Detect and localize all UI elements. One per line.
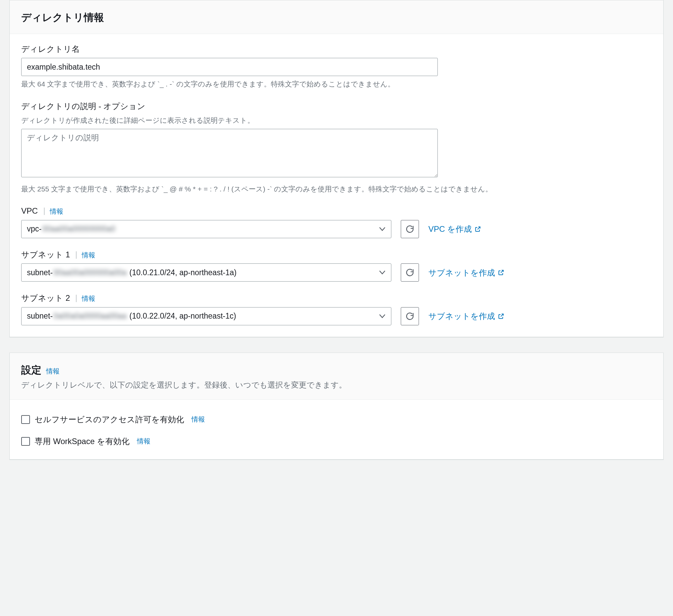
settings-description: ディレクトリレベルで、以下の設定を選択します。登録後、いつでも選択を変更できます… xyxy=(21,379,652,391)
self-service-row: セルフサービスのアクセス許可を有効化 情報 xyxy=(21,413,652,426)
subnet2-create-link-text: サブネットを作成 xyxy=(428,310,495,322)
caret-down-icon xyxy=(379,227,385,231)
settings-title: 設定 xyxy=(21,364,41,375)
self-service-label: セルフサービスのアクセス許可を有効化 xyxy=(35,413,184,426)
subnet1-value-suffix: (10.0.21.0/24, ap-northeast-1a) xyxy=(127,268,237,277)
directory-name-field: ディレクトリ名 最大 64 文字まで使用でき、英数字および `_ . -` の文… xyxy=(21,43,652,90)
directory-name-input[interactable] xyxy=(21,58,438,76)
settings-info-link[interactable]: 情報 xyxy=(46,367,60,375)
subnet1-create-link[interactable]: サブネットを作成 xyxy=(428,266,504,279)
vpc-info-link[interactable]: 情報 xyxy=(44,208,63,215)
subnet1-info-link[interactable]: 情報 xyxy=(76,251,95,259)
vpc-create-link-text: VPC を作成 xyxy=(428,223,472,235)
subnet2-info-link[interactable]: 情報 xyxy=(76,295,95,302)
subnet2-field: サブネット 2 情報 subnet-0a00a0a0000aa00aa (10.… xyxy=(21,292,652,325)
dedicated-workspace-info-link[interactable]: 情報 xyxy=(137,436,150,446)
directory-info-panel: ディレクトリ情報 ディレクトリ名 最大 64 文字まで使用でき、英数字および `… xyxy=(9,0,664,337)
subnet2-value-suffix: (10.0.22.0/24, ap-northeast-1c) xyxy=(127,312,236,320)
dedicated-workspace-checkbox[interactable] xyxy=(21,437,30,446)
settings-header: 設定 情報 ディレクトリレベルで、以下の設定を選択します。登録後、いつでも選択を… xyxy=(10,353,663,400)
refresh-icon xyxy=(405,225,414,233)
subnet2-select[interactable]: subnet-0a00a0a0000aa00aa (10.0.22.0/24, … xyxy=(21,307,391,325)
vpc-value-redacted: 00aa00a00000000a0 xyxy=(42,223,115,235)
external-link-icon xyxy=(498,269,504,276)
caret-down-icon xyxy=(379,270,385,275)
vpc-create-link[interactable]: VPC を作成 xyxy=(428,223,481,235)
refresh-icon xyxy=(405,268,414,277)
subnet1-create-link-text: サブネットを作成 xyxy=(428,266,495,279)
vpc-label: VPC xyxy=(21,206,38,215)
subnet2-value-redacted: 0a00a0a0000aa00aa xyxy=(54,310,127,322)
external-link-icon xyxy=(498,313,504,320)
subnet1-field: サブネット 1 情報 subnet-00aa00a000000a00a (10.… xyxy=(21,248,652,282)
dedicated-workspace-row: 専用 WorkSpace を有効化 情報 xyxy=(21,435,652,447)
subnet1-refresh-button[interactable] xyxy=(401,263,419,282)
subnet1-label: サブネット 1 xyxy=(21,250,70,259)
directory-description-label: ディレクトリの説明 - オプション xyxy=(21,102,145,111)
self-service-checkbox[interactable] xyxy=(21,415,30,424)
subnet1-value-prefix: subnet- xyxy=(27,268,53,277)
subnet1-value-redacted: 00aa00a000000a00a xyxy=(54,267,127,279)
directory-description-hint: 最大 255 文字まで使用でき、英数字および `_ @ # % * + = : … xyxy=(21,184,652,195)
directory-description-sub: ディレクトリが作成された後に詳細ページに表示される説明テキスト。 xyxy=(21,115,652,126)
subnet2-value-prefix: subnet- xyxy=(27,312,53,320)
vpc-select[interactable]: vpc-00aa00a00000000a0 xyxy=(21,220,391,238)
subnet1-select[interactable]: subnet-00aa00a000000a00a (10.0.21.0/24, … xyxy=(21,263,391,282)
external-link-icon xyxy=(474,226,481,232)
self-service-info-link[interactable]: 情報 xyxy=(191,414,205,425)
subnet2-create-link[interactable]: サブネットを作成 xyxy=(428,310,504,322)
directory-name-hint: 最大 64 文字まで使用でき、英数字および `_ . -` の文字のみを使用でき… xyxy=(21,79,652,90)
directory-info-title: ディレクトリ情報 xyxy=(21,12,104,23)
settings-panel: 設定 情報 ディレクトリレベルで、以下の設定を選択します。登録後、いつでも選択を… xyxy=(9,353,664,460)
directory-description-field: ディレクトリの説明 - オプション ディレクトリが作成された後に詳細ページに表示… xyxy=(21,100,652,194)
directory-info-header: ディレクトリ情報 xyxy=(10,0,663,34)
caret-down-icon xyxy=(379,314,385,318)
subnet2-label: サブネット 2 xyxy=(21,293,70,302)
subnet2-refresh-button[interactable] xyxy=(401,307,419,325)
refresh-icon xyxy=(405,312,414,321)
vpc-value-prefix: vpc- xyxy=(27,224,41,233)
vpc-field: VPC 情報 vpc-00aa00a00000000a0 xyxy=(21,205,652,238)
vpc-refresh-button[interactable] xyxy=(401,220,419,238)
directory-name-label: ディレクトリ名 xyxy=(21,44,80,53)
directory-description-input[interactable] xyxy=(21,129,438,177)
dedicated-workspace-label: 専用 WorkSpace を有効化 xyxy=(35,435,130,447)
